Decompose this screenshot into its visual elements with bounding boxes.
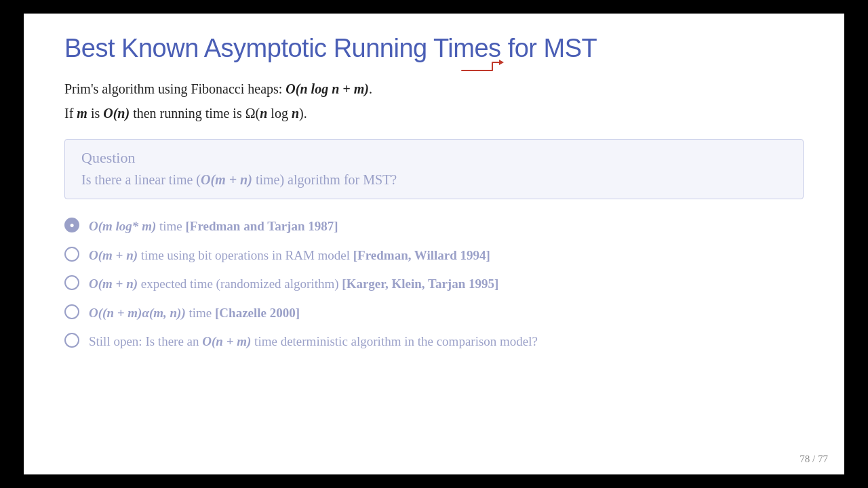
list-item: Still open: Is there an O(n + m) time de…: [64, 332, 804, 352]
bullet-4-content: O((n + m)α(m, n)) time [Chazelle 2000]: [89, 304, 804, 323]
question-text: Is there a linear time (O(m + n) time) a…: [81, 172, 787, 188]
intro-line1: Prim's algorithm using Fibonacci heaps: …: [64, 78, 804, 100]
list-item: O((n + m)α(m, n)) time [Chazelle 2000]: [64, 304, 804, 323]
list-item: O(m + n) expected time (randomized algor…: [64, 274, 804, 294]
bullet-3-icon: [64, 275, 79, 290]
bullet-3-content: O(m + n) expected time (randomized algor…: [89, 274, 804, 294]
bullet-2-icon: [64, 247, 79, 262]
page-number: 78 / 77: [800, 453, 828, 465]
list-item: ● O(m log* m) time [Fredman and Tarjan 1…: [64, 217, 804, 237]
question-label: Question: [81, 149, 787, 167]
intro-line2: If m is O(n) then running time is Ω(n lo…: [64, 102, 804, 124]
bullet-1-icon: ●: [64, 218, 79, 232]
bullet-5-content: Still open: Is there an O(n + m) time de…: [89, 332, 804, 352]
intro-block: Prim's algorithm using Fibonacci heaps: …: [64, 78, 804, 124]
list-item: O(m + n) time using bit operations in RA…: [64, 246, 804, 266]
slide-title: Best Known Asymptotic Running Times for …: [64, 34, 804, 63]
bullet-1-content: O(m log* m) time [Fredman and Tarjan 198…: [89, 217, 804, 237]
bullet-list: ● O(m log* m) time [Fredman and Tarjan 1…: [64, 217, 804, 352]
bullet-4-icon: [64, 304, 79, 319]
question-box: Question Is there a linear time (O(m + n…: [64, 139, 804, 199]
slide: Best Known Asymptotic Running Times for …: [24, 14, 844, 474]
bullet-5-icon: [64, 333, 79, 348]
bullet-2-content: O(m + n) time using bit operations in RA…: [89, 246, 804, 266]
